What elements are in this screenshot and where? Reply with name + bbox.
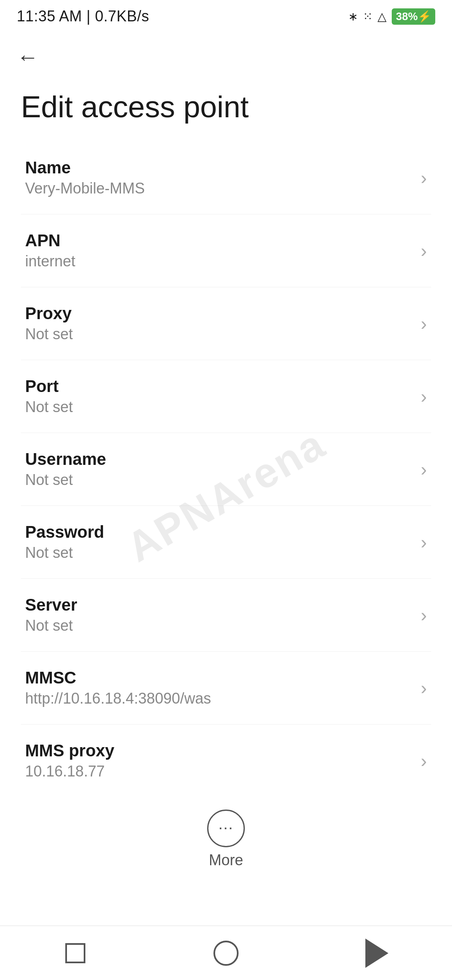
settings-item-proxy-content: Proxy Not set	[25, 304, 412, 343]
settings-item-username-label: Username	[25, 450, 412, 469]
battery-percent: %	[408, 10, 418, 23]
chevron-icon-apn: ›	[421, 240, 427, 261]
settings-item-password-label: Password	[25, 523, 412, 542]
settings-item-username[interactable]: Username Not set ›	[21, 433, 431, 506]
settings-item-server-value: Not set	[25, 617, 412, 634]
settings-item-name[interactable]: Name Very-Mobile-MMS ›	[21, 142, 431, 214]
settings-item-name-label: Name	[25, 158, 412, 177]
chevron-icon-proxy: ›	[421, 313, 427, 334]
settings-item-mmsc-value: http://10.16.18.4:38090/was	[25, 690, 412, 707]
more-dots-icon: ⋯	[218, 821, 234, 836]
back-button[interactable]: ←	[13, 42, 43, 72]
settings-item-mmsc-label: MMSC	[25, 668, 412, 687]
settings-item-username-content: Username Not set	[25, 450, 412, 489]
more-circle-icon: ⋯	[207, 810, 245, 847]
settings-item-apn-value: internet	[25, 253, 412, 270]
more-label: More	[209, 851, 243, 869]
settings-item-apn-content: APN internet	[25, 231, 412, 270]
settings-item-apn-label: APN	[25, 231, 412, 250]
settings-item-name-content: Name Very-Mobile-MMS	[25, 158, 412, 197]
nav-home-button[interactable]	[201, 936, 251, 970]
settings-item-port-label: Port	[25, 377, 412, 396]
settings-item-mmsc-content: MMSC http://10.16.18.4:38090/was	[25, 668, 412, 707]
settings-item-username-value: Not set	[25, 471, 412, 489]
settings-item-apn[interactable]: APN internet ›	[21, 214, 431, 287]
chevron-icon-password: ›	[421, 532, 427, 553]
settings-item-mms-proxy-content: MMS proxy 10.16.18.77	[25, 741, 412, 780]
chevron-icon-port: ›	[421, 386, 427, 407]
settings-list: Name Very-Mobile-MMS › APN internet › Pr…	[0, 142, 452, 797]
nav-bar	[0, 926, 452, 980]
settings-item-mms-proxy-value: 10.16.18.77	[25, 763, 412, 780]
home-icon	[213, 941, 239, 966]
settings-item-name-value: Very-Mobile-MMS	[25, 180, 412, 197]
chevron-icon-mms-proxy: ›	[421, 750, 427, 771]
page-title: Edit access point	[0, 76, 452, 142]
status-icons: ∗ ⁙ △ 38 % ⚡	[348, 8, 435, 25]
chevron-icon-server: ›	[421, 605, 427, 626]
back-icon	[365, 939, 388, 968]
status-bar: 11:35 AM | 0.7KB/s ∗ ⁙ △ 38 % ⚡	[0, 0, 452, 29]
settings-item-port[interactable]: Port Not set ›	[21, 360, 431, 433]
settings-item-password[interactable]: Password Not set ›	[21, 506, 431, 579]
signal-icon: ⁙	[363, 10, 372, 23]
wifi-icon: △	[378, 10, 387, 23]
chevron-icon-mmsc: ›	[421, 678, 427, 699]
settings-item-proxy[interactable]: Proxy Not set ›	[21, 287, 431, 360]
bluetooth-icon: ∗	[348, 10, 358, 23]
nav-back-button[interactable]	[352, 936, 402, 970]
settings-item-port-value: Not set	[25, 398, 412, 416]
settings-item-mms-proxy[interactable]: MMS proxy 10.16.18.77 ›	[21, 725, 431, 797]
status-time: 11:35 AM | 0.7KB/s	[17, 8, 149, 25]
settings-item-server[interactable]: Server Not set ›	[21, 579, 431, 652]
chevron-icon-username: ›	[421, 459, 427, 480]
settings-item-proxy-value: Not set	[25, 325, 412, 343]
nav-recents-button[interactable]	[50, 936, 100, 970]
battery-level: 38	[396, 10, 408, 23]
settings-item-password-content: Password Not set	[25, 523, 412, 562]
chevron-icon-name: ›	[421, 168, 427, 188]
top-nav: ←	[0, 29, 452, 76]
settings-item-mms-proxy-label: MMS proxy	[25, 741, 412, 760]
back-arrow-icon: ←	[17, 45, 39, 69]
more-button[interactable]: ⋯ More	[0, 797, 452, 877]
settings-item-server-content: Server Not set	[25, 596, 412, 634]
settings-item-mmsc[interactable]: MMSC http://10.16.18.4:38090/was ›	[21, 652, 431, 725]
battery-indicator: 38 % ⚡	[392, 8, 435, 25]
recents-icon	[65, 943, 85, 963]
charging-icon: ⚡	[418, 10, 431, 23]
settings-item-port-content: Port Not set	[25, 377, 412, 416]
settings-item-proxy-label: Proxy	[25, 304, 412, 323]
settings-item-server-label: Server	[25, 596, 412, 614]
settings-item-password-value: Not set	[25, 544, 412, 562]
